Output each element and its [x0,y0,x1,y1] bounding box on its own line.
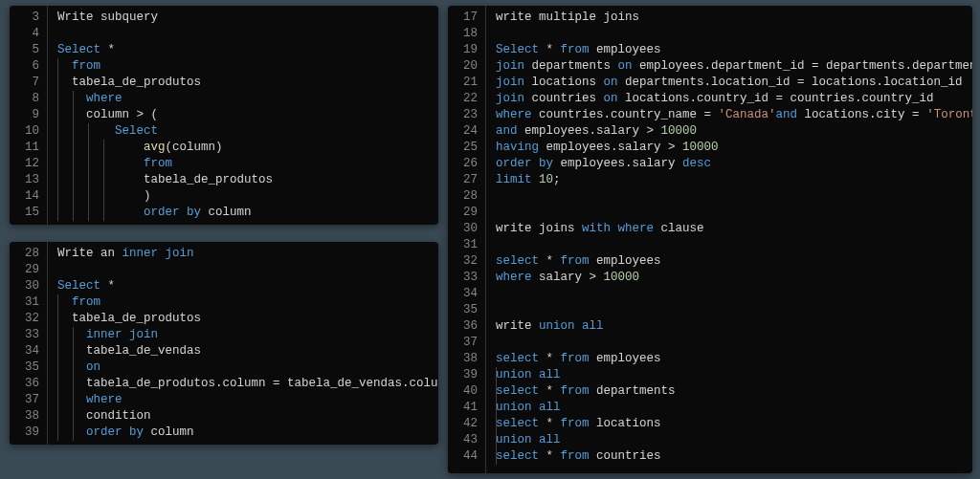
code-line[interactable]: tabela_de_produtos [48,172,273,188]
code-line[interactable]: where countries.country_name = 'Canada'a… [486,107,972,123]
code-line[interactable] [48,26,273,42]
code-token [57,377,86,390]
code-token: write multiple joins [496,11,639,24]
code-token: countries [524,92,604,105]
code-line[interactable]: Write subquery [48,10,273,26]
code-editor-right[interactable]: 1718192021222324252627282930313233343536… [448,6,972,473]
code-line[interactable]: and employees.salary > 10000 [486,123,972,140]
code-line[interactable] [486,302,972,318]
code-token: select [496,449,539,463]
code-line[interactable]: Select * from employees [486,42,972,58]
code-area[interactable]: write multiple joins Select * from emplo… [486,6,972,473]
code-line[interactable] [486,188,972,205]
code-line[interactable] [486,237,972,253]
code-line[interactable]: join departments on employees.department… [486,58,972,75]
code-line[interactable]: select * from locations [486,416,972,432]
code-editor-left-bottom[interactable]: 282930313233343536373839Write an inner j… [10,242,438,445]
line-number: 8 [13,91,39,107]
code-line[interactable]: write union all [486,318,972,335]
code-line[interactable]: write multiple joins [486,10,972,26]
code-token: from [561,43,590,56]
code-token: employees.salary [553,157,682,170]
code-token: where [618,222,655,235]
line-number: 33 [13,327,39,343]
code-line[interactable]: limit 10; [486,172,972,188]
code-line[interactable]: where [48,91,273,107]
code-line[interactable]: union all [486,400,972,416]
code-line[interactable]: from [48,294,438,311]
code-line[interactable]: order by column [48,425,438,441]
code-line[interactable]: ) [48,188,273,205]
code-line[interactable]: union all [486,367,972,383]
line-number: 35 [452,302,478,318]
line-number: 29 [13,262,39,278]
code-line[interactable]: having employees.salary > 10000 [486,140,972,156]
code-line[interactable]: select * from countries [486,448,972,465]
line-number: 37 [452,335,478,351]
code-token: from [561,417,590,430]
line-number: 3 [13,10,39,26]
line-number: 42 [452,416,478,432]
code-line[interactable] [486,205,972,221]
code-token: on [604,92,618,105]
code-line[interactable] [486,26,972,42]
code-token: tabela_de_produtos [72,312,201,325]
line-number: 12 [13,156,39,172]
code-line[interactable] [48,262,438,278]
code-line[interactable]: tabela_de_produtos.column = tabela_de_ve… [48,376,438,392]
code-token: tabela_de_produtos.column = tabela_de_ve… [86,377,438,390]
code-line[interactable]: Select * [48,42,273,58]
code-line[interactable]: select * from departments [486,383,972,400]
code-line[interactable]: order by employees.salary desc [486,156,972,172]
code-line[interactable] [486,286,972,302]
code-token: select [496,417,539,430]
code-line[interactable]: inner join [48,327,438,343]
code-token: employees [590,43,661,56]
code-token [532,173,540,186]
code-line[interactable]: on [48,359,438,376]
code-line[interactable]: select * from employees [486,253,972,270]
code-line[interactable]: where [48,392,438,408]
code-token: Write subquery [57,11,158,24]
code-line[interactable]: select * from employees [486,351,972,367]
code-line[interactable]: join locations on departments.location_i… [486,75,972,91]
code-line[interactable]: union all [486,432,972,448]
code-line[interactable]: from [48,156,273,172]
code-line[interactable]: order by column [48,205,273,221]
code-token: departments [590,384,676,398]
line-number: 5 [13,42,39,58]
code-line[interactable] [486,335,972,351]
code-area[interactable]: Write subquery Select * from tabela_de_p… [48,6,273,225]
code-token [57,76,72,89]
code-line[interactable]: write joins with where clause [486,221,972,237]
code-line[interactable]: tabela_de_vendas [48,343,438,359]
line-number: 39 [13,425,39,441]
code-editor-left-top[interactable]: 3456789101112131415Write subquery Select… [10,6,438,225]
code-token: select [496,352,539,365]
line-number: 38 [452,351,478,367]
code-area[interactable]: Write an inner join Select * from tabela… [48,242,438,445]
code-token [57,312,72,325]
code-line[interactable]: where salary > 10000 [486,270,972,286]
code-token: on [86,360,100,374]
code-line[interactable]: condition [48,408,438,425]
code-line[interactable]: tabela_de_produtos [48,75,273,91]
line-number: 43 [452,432,478,448]
line-number: 36 [13,376,39,392]
code-token: * [539,384,561,398]
code-line[interactable]: Write an inner join [48,246,438,262]
code-token: ( [166,141,173,154]
code-line[interactable]: Select [48,123,273,140]
line-number: 29 [452,205,478,221]
code-line[interactable]: Select * [48,278,438,294]
code-line[interactable]: join countries on locations.country_id =… [486,91,972,107]
code-line[interactable]: column > ( [48,107,273,123]
code-token [57,92,86,105]
code-line[interactable]: from [48,58,273,75]
code-line[interactable]: avg(column) [48,140,273,156]
code-token: join [496,59,524,73]
code-token: select [496,254,539,268]
code-line[interactable]: tabela_de_produtos [48,311,438,327]
code-token: tabela_de_produtos [144,173,273,186]
code-token: write joins [496,222,582,235]
